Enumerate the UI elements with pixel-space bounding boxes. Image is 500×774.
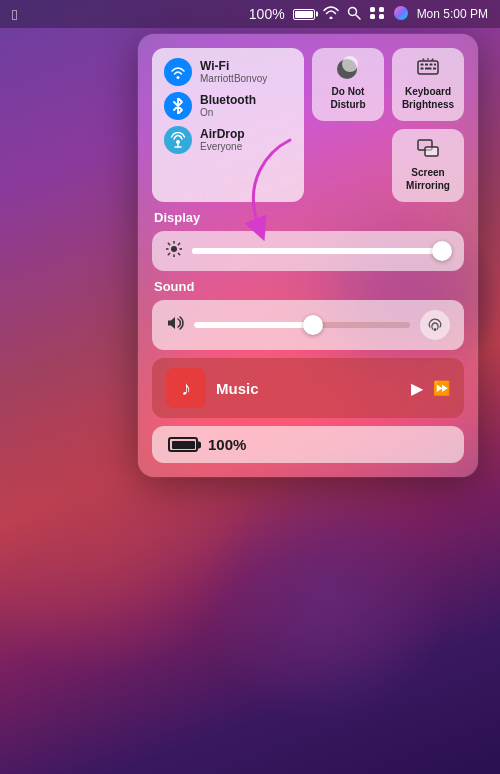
display-slider-fill [192, 248, 450, 254]
svg-line-21 [432, 59, 433, 60]
wifi-name: Wi-Fi [200, 59, 267, 73]
do-not-disturb-label: Do NotDisturb [331, 85, 366, 111]
battery-tile-icon [168, 437, 198, 452]
keyboard-brightness-label: Keyboard Brightness [398, 85, 458, 111]
svg-rect-12 [421, 64, 424, 66]
keyboard-brightness-tile[interactable]: Keyboard Brightness [392, 48, 464, 121]
play-button[interactable]: ▶ [411, 379, 423, 398]
battery-percentage-label: 100% [249, 6, 285, 22]
skip-forward-button[interactable]: ⏩ [433, 380, 450, 396]
top-grid: Wi-Fi MarriottBonvoy Bluetooth On [152, 48, 464, 202]
search-menubar-icon[interactable] [347, 6, 361, 23]
sound-tile [152, 300, 464, 350]
menu-bar:  100% [0, 0, 500, 28]
airdrop-icon [170, 132, 186, 148]
sound-section: Sound [152, 279, 464, 350]
menu-bar-right: 100% [249, 5, 488, 24]
display-section: Display [152, 210, 464, 271]
svg-rect-18 [433, 68, 436, 70]
svg-line-1 [356, 15, 360, 19]
wifi-icon-circle [164, 58, 192, 86]
svg-line-29 [168, 243, 169, 244]
bluetooth-name: Bluetooth [200, 93, 256, 107]
display-section-label: Display [152, 210, 464, 225]
music-tile[interactable]: ♪ Music ▶ ⏩ [152, 358, 464, 418]
right-tiles-grid: Do NotDisturb [312, 48, 464, 202]
music-title-label: Music [216, 380, 401, 397]
svg-line-30 [178, 253, 179, 254]
display-slider-tile [152, 231, 464, 271]
sound-icon [166, 315, 184, 335]
svg-line-31 [178, 243, 179, 244]
display-slider-track[interactable] [192, 248, 450, 254]
sound-slider-track[interactable] [194, 322, 410, 328]
svg-point-6 [394, 6, 408, 20]
svg-rect-4 [370, 14, 375, 19]
svg-rect-17 [425, 68, 432, 70]
wifi-icon [170, 66, 186, 79]
sound-section-label: Sound [152, 279, 464, 294]
sound-slider-fill [194, 322, 313, 328]
airdrop-name: AirDrop [200, 127, 245, 141]
battery-tile: 100% [152, 426, 464, 463]
screen-mirroring-icon [417, 139, 439, 162]
apple-logo-icon[interactable]:  [12, 6, 17, 23]
menu-bar-left:  [12, 6, 17, 23]
battery-percentage-tile-label: 100% [208, 436, 246, 453]
wifi-text: Wi-Fi MarriottBonvoy [200, 59, 267, 85]
time-label: Mon 5:00 PM [417, 7, 488, 21]
control-center-panel: Wi-Fi MarriottBonvoy Bluetooth On [138, 34, 478, 477]
airplay-button[interactable] [420, 310, 450, 340]
crescent-icon [337, 59, 359, 81]
display-slider-thumb[interactable] [432, 241, 452, 261]
screen-mirroring-tile[interactable]: Screen Mirroring [392, 129, 464, 202]
svg-rect-15 [434, 64, 436, 66]
svg-rect-2 [370, 7, 375, 12]
svg-rect-23 [425, 147, 438, 156]
svg-point-33 [434, 328, 437, 331]
svg-point-0 [348, 7, 356, 15]
svg-point-24 [171, 246, 177, 252]
svg-rect-16 [421, 68, 424, 70]
airdrop-text: AirDrop Everyone [200, 127, 245, 153]
svg-point-7 [177, 76, 180, 79]
bluetooth-text: Bluetooth On [200, 93, 256, 119]
screen-mirroring-label: Screen Mirroring [398, 166, 458, 192]
bluetooth-icon [172, 98, 184, 114]
battery-icon [293, 9, 315, 20]
music-note-icon: ♪ [181, 377, 191, 400]
siri-menubar-icon[interactable] [393, 5, 409, 24]
music-app-icon: ♪ [166, 368, 206, 408]
airdrop-sub: Everyone [200, 141, 245, 153]
svg-line-32 [168, 253, 169, 254]
airdrop-item[interactable]: AirDrop Everyone [164, 126, 292, 154]
wifi-sub: MarriottBonvoy [200, 73, 267, 85]
svg-rect-13 [425, 64, 428, 66]
do-not-disturb-tile[interactable]: Do NotDisturb [312, 48, 384, 121]
bluetooth-item[interactable]: Bluetooth On [164, 92, 292, 120]
svg-line-20 [423, 59, 424, 60]
svg-rect-5 [379, 14, 384, 19]
airdrop-icon-circle [164, 126, 192, 154]
svg-rect-14 [430, 64, 433, 66]
wifi-menubar-icon[interactable] [323, 6, 339, 22]
svg-rect-3 [379, 7, 384, 12]
sound-slider-thumb[interactable] [303, 315, 323, 335]
brightness-icon [166, 241, 182, 261]
bluetooth-sub: On [200, 107, 256, 119]
bluetooth-icon-circle [164, 92, 192, 120]
network-tile: Wi-Fi MarriottBonvoy Bluetooth On [152, 48, 304, 202]
music-controls: ▶ ⏩ [411, 379, 450, 398]
control-center-menubar-icon[interactable] [369, 6, 385, 23]
keyboard-brightness-icon [417, 58, 439, 81]
wifi-item[interactable]: Wi-Fi MarriottBonvoy [164, 58, 292, 86]
